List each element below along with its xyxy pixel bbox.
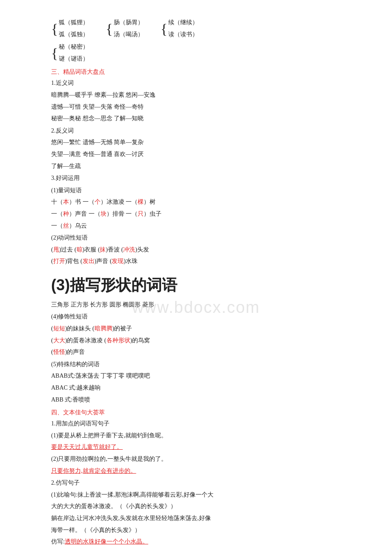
- modifier-line-3: (怪怪)的声音: [51, 347, 341, 358]
- good-words-section: 3.好词运用: [51, 173, 341, 184]
- mod-3-1: 怪怪: [53, 349, 65, 355]
- antonyms-line-1: 悠闲—繁忙 遗憾—无憾 简单—复杂: [51, 137, 341, 148]
- measure-2-2: 块: [101, 211, 107, 217]
- measure-words-line-2: 一（种）声音 一（块）排骨 一（只）虫子: [51, 208, 341, 220]
- modifier-section: (4)修饰性短语 (短短)的妹妹头 (暗腾腾)的被子 (大大)的蛋卷冰激凌 (各…: [51, 311, 341, 358]
- shape-words-line: 三角形 正方形 长方形 圆形 椭圆形 菱形: [51, 299, 341, 311]
- imitation1-example: 躺在岸边,让河水冲洗头发,头发就在水里轻轻地荡来荡去,好像: [51, 513, 341, 524]
- synonyms-line-3: 秘密—奥秘 想念—思念 了解—知晓: [51, 113, 341, 124]
- conditional1-example: 要是天天过儿童节就好了。: [51, 442, 341, 453]
- brace-items-4: 秘（秘密） 谜（谜语）: [59, 41, 89, 65]
- verb-phrases-section: (2)动词性短语 (甩)过去 (晾)衣服 (抹)香波 (冲洗)头发 (打开)背包…: [51, 232, 341, 267]
- conditional2-label: (2)只要用劲拉啊拉的,一整头牛就是我的了。: [51, 454, 341, 465]
- synonyms-label: 1.近义词: [51, 78, 341, 89]
- antonyms-label: 2.反义词: [51, 125, 341, 137]
- brace-item-2-1: 肠（肠胃）: [114, 17, 144, 29]
- imitation-section: 2.仿写句子 (1)比喻句:抹上香波一揉,那泡沫啊,高得能够着云彩,好像一个大 …: [51, 477, 341, 548]
- imitation1-label: (1)比喻句:抹上香波一揉,那泡沫啊,高得能够着云彩,好像一个大: [51, 489, 341, 501]
- brace-item-4-1: 秘（秘密）: [59, 41, 89, 53]
- measure-1-2: 个: [95, 199, 101, 205]
- brace-item-2-2: 汤（喝汤）: [114, 29, 144, 40]
- vp-2-1: 打开: [53, 258, 65, 264]
- big-title: (3)描写形状的词语: [51, 275, 341, 296]
- imitation1-writing: 仿写:透明的水珠好像一个个小水晶。: [51, 536, 341, 548]
- brace-items-1: 狐（狐狸） 弧（弧独）: [59, 17, 89, 40]
- antonyms-section: 2.反义词 悠闲—繁忙 遗憾—无憾 简单—复杂 失望—满意 奇怪—普通 喜欢—讨…: [51, 125, 341, 172]
- left-brace-4: {: [51, 46, 58, 61]
- good-words-label: 3.好词运用: [51, 173, 341, 184]
- conditional2-underline: 只要你努力,就肯定会有进步的。: [51, 468, 136, 474]
- left-brace-1: {: [51, 22, 58, 36]
- measure-2-3: 只: [138, 211, 144, 217]
- synonyms-line-2: 遗憾—可惜 失望—失落 奇怪—奇特: [51, 101, 341, 113]
- measure-words-line-3: 一（丝）乌云: [51, 220, 341, 232]
- brace-col-1: { 狐（狐狸） 弧（弧独）: [51, 17, 89, 40]
- modifier-line-2: (大大)的蛋卷冰激凌 (各种形状)的鸟窝: [51, 335, 341, 347]
- special-struct-line-2: ABAC 式:越来越响: [51, 382, 341, 394]
- vp-2-3: 发现: [112, 258, 124, 264]
- special-struct-section: (5)特殊结构的词语 ABAB式:荡来荡去 丁零丁零 噗吧噗吧 ABAC 式:越…: [51, 359, 341, 405]
- section4-title: 四、文本佳句大荟萃: [51, 409, 341, 416]
- brace-section-row1: { 狐（狐狸） 弧（弧独） { 肠（肠胃） 汤（喝汤） { 续（继续）: [51, 17, 341, 65]
- brace-item-4-2: 谜（谜语）: [59, 53, 89, 65]
- brace-item-1-2: 弧（弧独）: [59, 29, 89, 40]
- mod-2-2: 各种形状: [107, 337, 130, 344]
- modifier-line-1: (短短)的妹妹头 (暗腾腾)的被子: [51, 323, 341, 335]
- mod-1-1: 短短: [53, 325, 65, 332]
- verb-phrases-label: (2)动词性短语: [51, 232, 341, 244]
- conditional2-example: 只要你努力,就肯定会有进步的。: [51, 465, 341, 477]
- special-struct-line-1: ABAB式:荡来荡去 丁零丁零 噗吧噗吧: [51, 370, 341, 382]
- verb-phrases-line-2: (打开)背包 (发出)声音 (发现)水珠: [51, 256, 341, 267]
- brace-items-2: 肠（肠胃） 汤（喝汤）: [114, 17, 144, 40]
- measure-words-label: (1)量词短语: [51, 185, 341, 197]
- brace-group-row1: { 狐（狐狸） 弧（弧独） { 肠（肠胃） 汤（喝汤） { 续（继续）: [51, 17, 341, 40]
- brace-item-3-2: 读（读书）: [168, 29, 198, 40]
- synonyms-section: 1.近义词 暗腾腾—暖乎乎 缭紊—拉紊 悠闲—安逸 遗憾—可惜 失望—失落 奇怪…: [51, 78, 341, 124]
- vp-1-4: 冲洗: [123, 246, 135, 253]
- brace-col-4: { 秘（秘密） 谜（谜语）: [51, 41, 341, 65]
- left-brace-2: {: [106, 22, 112, 36]
- brace-col-2: { 肠（肠胃） 汤（喝汤）: [106, 17, 143, 40]
- vp-2-2: 发出: [83, 258, 95, 264]
- imitation-label: 2.仿写句子: [51, 477, 341, 489]
- conditional-section: 1.用加点的词语写句子 (1)要是从桥上把辫子垂下去,就能钓到鱼呢。 要是天天过…: [51, 418, 341, 477]
- special-struct-label: (5)特殊结构的词语: [51, 359, 341, 370]
- antonyms-line-3: 了解—生疏: [51, 161, 341, 172]
- measure-2-1: 种: [63, 211, 69, 217]
- section3-title: 三、精品词语大盘点: [51, 68, 341, 76]
- mod-2-1: 大大: [53, 337, 65, 344]
- measure-words-section: (1)量词短语 十（本）书 一（个）冰激凌 一（棵）树 一（种）声音 一（块）排…: [51, 185, 341, 231]
- brace-col-3: { 续（继续） 读（读书）: [161, 17, 198, 40]
- imitation1-cont: 大的大大的蛋卷冰激凌。（《小真的长头发》）: [51, 501, 341, 512]
- vp-1-2: 晾: [77, 246, 83, 253]
- measure-words-line-1: 十（本）书 一（个）冰激凌 一（棵）树: [51, 197, 341, 208]
- mod-1-2: 暗腾腾: [95, 325, 112, 332]
- vp-1-3: 抹: [100, 246, 106, 253]
- special-struct-line-3: ABB 式:香喷喷: [51, 394, 341, 406]
- conditional1-label: (1)要是从桥上把辫子垂下去,就能钓到鱼呢。: [51, 430, 341, 442]
- modifier-label: (4)修饰性短语: [51, 311, 341, 323]
- verb-phrases-line-1: (甩)过去 (晾)衣服 (抹)香波 (冲洗)头发: [51, 244, 341, 256]
- imitation1-writing-label: 仿写:: [51, 538, 65, 545]
- measure-1-1: 本: [63, 199, 69, 205]
- vp-1-1: 甩: [53, 246, 59, 253]
- imitation1-writing-underline: 透明的水珠好像一个个小水晶。: [65, 538, 148, 545]
- brace-item-3-1: 续（继续）: [168, 17, 198, 29]
- left-brace-3: {: [161, 22, 167, 36]
- imitation1-example2: 海带一样。（《小真的长头发》）: [51, 525, 341, 536]
- synonyms-line-1: 暗腾腾—暖乎乎 缭紊—拉紊 悠闲—安逸: [51, 90, 341, 101]
- brace-items-3: 续（继续） 读（读书）: [168, 17, 198, 40]
- measure-1-3: 棵: [138, 199, 144, 205]
- measure-3-1: 丝: [63, 223, 69, 229]
- shape-words-section: 三角形 正方形 长方形 圆形 椭圆形 菱形: [51, 299, 341, 311]
- conditional-label: 1.用加点的词语写句子: [51, 418, 341, 430]
- antonyms-line-2: 失望—满意 奇怪—普通 喜欢—讨厌: [51, 149, 341, 160]
- brace-item-1-1: 狐（狐狸）: [59, 17, 89, 29]
- conditional1-underline: 要是天天过儿童节就好了。: [51, 444, 123, 450]
